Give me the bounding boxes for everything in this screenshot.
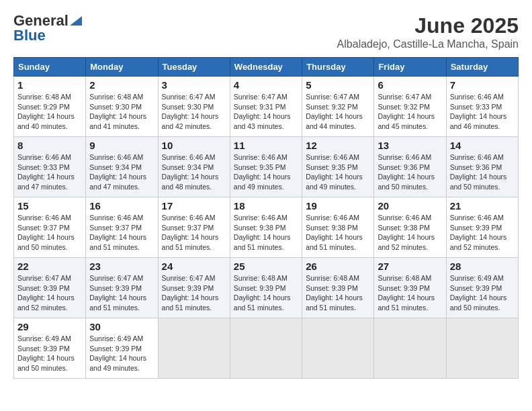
day-info: Daylight: 14 hours and 49 minutes. xyxy=(234,173,291,191)
day-number: 17 xyxy=(162,200,226,212)
day-info: Sunset: 9:34 PM xyxy=(162,163,214,171)
day-info: Sunset: 9:37 PM xyxy=(17,224,70,232)
day-info: Daylight: 14 hours and 50 minutes. xyxy=(450,173,507,191)
day-info: Sunset: 9:39 PM xyxy=(378,284,430,292)
table-row: 12Sunrise: 6:46 AMSunset: 9:35 PMDayligh… xyxy=(302,137,374,197)
day-number: 22 xyxy=(17,261,82,272)
table-row xyxy=(230,318,302,379)
day-info: Daylight: 14 hours and 41 minutes. xyxy=(89,112,146,130)
day-info: Sunset: 9:33 PM xyxy=(17,163,70,171)
table-row: 21Sunrise: 6:46 AMSunset: 9:39 PMDayligh… xyxy=(446,197,518,258)
day-info: Sunrise: 6:46 AM xyxy=(162,153,216,161)
day-info: Sunset: 9:39 PM xyxy=(162,284,214,292)
table-row: 15Sunrise: 6:46 AMSunset: 9:37 PMDayligh… xyxy=(14,197,86,258)
header-tuesday: Tuesday xyxy=(158,58,230,77)
table-row: 23Sunrise: 6:47 AMSunset: 9:39 PMDayligh… xyxy=(86,258,158,318)
day-info: Sunrise: 6:46 AM xyxy=(306,153,359,161)
day-info: Sunrise: 6:48 AM xyxy=(378,274,431,282)
day-info: Daylight: 14 hours and 46 minutes. xyxy=(450,112,507,130)
day-info: Sunrise: 6:46 AM xyxy=(89,214,143,222)
day-number: 6 xyxy=(378,79,442,91)
logo-icon xyxy=(70,16,82,26)
logo-general: General xyxy=(13,13,69,28)
header-row: Sunday Monday Tuesday Wednesday Thursday… xyxy=(14,58,519,77)
day-number: 14 xyxy=(450,140,515,151)
day-info: Daylight: 14 hours and 51 minutes. xyxy=(234,233,291,251)
day-info: Sunrise: 6:46 AM xyxy=(450,153,504,161)
table-row: 16Sunrise: 6:46 AMSunset: 9:37 PMDayligh… xyxy=(86,197,158,258)
title-area: June 2025 Albaladejo, Castille-La Mancha… xyxy=(337,13,519,50)
day-info: Sunrise: 6:46 AM xyxy=(89,153,143,161)
logo: General Blue xyxy=(13,13,82,43)
table-row: 4Sunrise: 6:47 AMSunset: 9:31 PMDaylight… xyxy=(230,77,302,137)
header-monday: Monday xyxy=(86,58,158,77)
table-row: 30Sunrise: 6:49 AMSunset: 9:39 PMDayligh… xyxy=(86,318,158,379)
day-number: 4 xyxy=(234,79,298,91)
day-number: 19 xyxy=(306,200,370,212)
table-row xyxy=(302,318,374,379)
day-info: Sunset: 9:36 PM xyxy=(450,163,502,171)
table-row: 6Sunrise: 6:47 AMSunset: 9:32 PMDaylight… xyxy=(374,77,446,137)
day-info: Daylight: 14 hours and 48 minutes. xyxy=(162,173,219,191)
day-info: Daylight: 14 hours and 47 minutes. xyxy=(17,173,75,191)
day-info: Daylight: 14 hours and 42 minutes. xyxy=(162,112,219,130)
table-row: 13Sunrise: 6:46 AMSunset: 9:36 PMDayligh… xyxy=(374,137,446,197)
day-info: Sunset: 9:38 PM xyxy=(378,224,430,232)
day-info: Sunrise: 6:46 AM xyxy=(234,214,287,222)
header-sunday: Sunday xyxy=(14,58,86,77)
day-info: Sunset: 9:39 PM xyxy=(89,345,142,353)
day-info: Sunset: 9:31 PM xyxy=(234,103,286,111)
header-friday: Friday xyxy=(374,58,446,77)
day-info: Sunrise: 6:48 AM xyxy=(306,274,359,282)
header-saturday: Saturday xyxy=(446,58,518,77)
day-number: 25 xyxy=(234,261,298,272)
day-info: Sunrise: 6:47 AM xyxy=(162,93,216,101)
table-row: 24Sunrise: 6:47 AMSunset: 9:39 PMDayligh… xyxy=(158,258,230,318)
day-info: Sunrise: 6:46 AM xyxy=(450,93,504,101)
header-wednesday: Wednesday xyxy=(230,58,302,77)
day-number: 21 xyxy=(450,200,515,212)
table-row: 2Sunrise: 6:48 AMSunset: 9:30 PMDaylight… xyxy=(86,77,158,137)
day-number: 26 xyxy=(306,261,370,272)
day-info: Sunset: 9:38 PM xyxy=(234,224,286,232)
table-row: 7Sunrise: 6:46 AMSunset: 9:33 PMDaylight… xyxy=(446,77,518,137)
day-info: Sunrise: 6:47 AM xyxy=(17,274,71,282)
day-info: Daylight: 14 hours and 49 minutes. xyxy=(89,354,146,372)
table-row: 5Sunrise: 6:47 AMSunset: 9:32 PMDaylight… xyxy=(302,77,374,137)
day-info: Sunrise: 6:46 AM xyxy=(450,214,504,222)
day-info: Sunrise: 6:48 AM xyxy=(17,93,71,101)
svg-marker-0 xyxy=(70,16,82,26)
day-info: Sunrise: 6:48 AM xyxy=(234,274,287,282)
day-info: Sunset: 9:37 PM xyxy=(162,224,214,232)
day-info: Sunset: 9:32 PM xyxy=(306,103,358,111)
day-number: 15 xyxy=(17,200,82,212)
table-row: 3Sunrise: 6:47 AMSunset: 9:30 PMDaylight… xyxy=(158,77,230,137)
day-info: Daylight: 14 hours and 52 minutes. xyxy=(450,233,507,251)
day-info: Sunrise: 6:46 AM xyxy=(17,214,71,222)
day-number: 27 xyxy=(378,261,442,272)
header-thursday: Thursday xyxy=(302,58,374,77)
day-info: Sunrise: 6:46 AM xyxy=(306,214,359,222)
day-info: Sunset: 9:36 PM xyxy=(378,163,430,171)
day-info: Sunrise: 6:47 AM xyxy=(378,93,431,101)
day-info: Sunset: 9:39 PM xyxy=(450,284,502,292)
day-number: 30 xyxy=(89,321,154,332)
day-info: Sunset: 9:30 PM xyxy=(162,103,214,111)
day-info: Daylight: 14 hours and 50 minutes. xyxy=(378,173,435,191)
location-subtitle: Albaladejo, Castille-La Mancha, Spain xyxy=(337,38,519,50)
day-number: 10 xyxy=(162,140,226,151)
day-info: Sunset: 9:39 PM xyxy=(234,284,286,292)
table-row: 14Sunrise: 6:46 AMSunset: 9:36 PMDayligh… xyxy=(446,137,518,197)
day-info: Daylight: 14 hours and 43 minutes. xyxy=(234,112,291,130)
table-row: 26Sunrise: 6:48 AMSunset: 9:39 PMDayligh… xyxy=(302,258,374,318)
day-info: Sunrise: 6:47 AM xyxy=(162,274,216,282)
day-info: Daylight: 14 hours and 47 minutes. xyxy=(89,173,146,191)
day-info: Sunrise: 6:46 AM xyxy=(378,214,431,222)
table-row: 11Sunrise: 6:46 AMSunset: 9:35 PMDayligh… xyxy=(230,137,302,197)
day-number: 18 xyxy=(234,200,298,212)
day-number: 3 xyxy=(162,79,226,91)
day-info: Sunrise: 6:46 AM xyxy=(234,153,287,161)
table-row: 25Sunrise: 6:48 AMSunset: 9:39 PMDayligh… xyxy=(230,258,302,318)
day-info: Sunrise: 6:49 AM xyxy=(450,274,504,282)
table-row: 1Sunrise: 6:48 AMSunset: 9:29 PMDaylight… xyxy=(14,77,86,137)
